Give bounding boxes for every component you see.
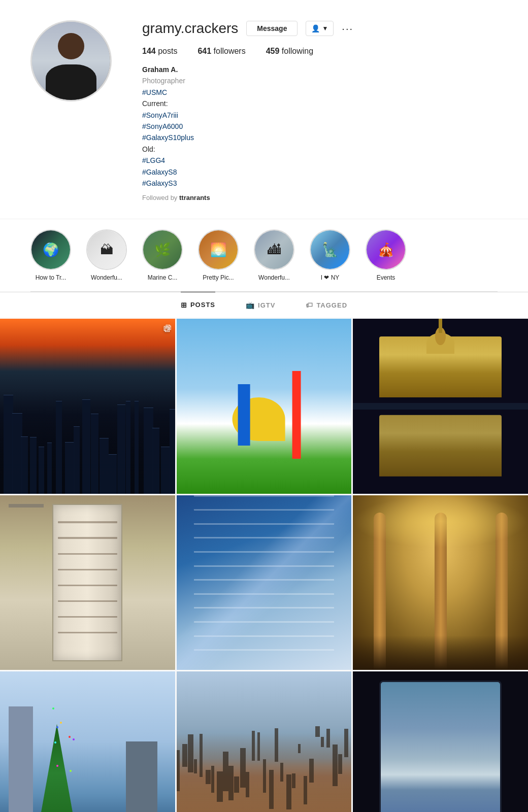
- bio-hashtag-sony-a6000[interactable]: #SonyA6000: [142, 122, 183, 130]
- highlight-label-4: Pretty Pic...: [203, 274, 234, 281]
- highlight-circle-5: 🏙: [254, 229, 294, 270]
- profile-info: gramy.crackers Message 👤 ▼ ··· 144 posts…: [142, 20, 498, 204]
- highlight-icon-4: 🌅: [199, 230, 238, 269]
- highlight-label-7: Events: [377, 274, 395, 281]
- bio-section: Graham A. Photographer #USMC Current: #S…: [142, 64, 498, 204]
- highlight-icon-6: 🗽: [311, 230, 349, 269]
- highlight-thumb-1: 🌍: [31, 230, 70, 269]
- stats-row: 144 posts 641 followers 459 following: [142, 47, 498, 56]
- bio-name: Graham A.: [142, 65, 178, 74]
- avatar-container: [30, 20, 112, 101]
- profile-header: gramy.crackers Message 👤 ▼ ··· 144 posts…: [0, 0, 528, 219]
- more-options-button[interactable]: ···: [342, 23, 353, 35]
- highlight-thumb-4: 🌅: [199, 230, 238, 269]
- follow-dropdown-button[interactable]: 👤 ▼: [306, 21, 334, 36]
- highlight-thumb-6: 🗽: [311, 230, 349, 269]
- highlight-circle-1: 🌍: [30, 229, 71, 270]
- post-item-7[interactable]: [0, 671, 175, 812]
- bio-hashtag-galaxy-s10plus[interactable]: #GalaxyS10plus: [142, 133, 194, 142]
- post-item-2[interactable]: [177, 319, 352, 494]
- post-item-3[interactable]: [353, 319, 528, 494]
- bio-hashtag-galaxy-s3[interactable]: #GalaxyS3: [142, 179, 177, 187]
- highlight-item-3[interactable]: 🌿Marine C...: [142, 229, 183, 281]
- highlight-item-2[interactable]: 🏔Wonderfu...: [86, 229, 127, 281]
- message-button[interactable]: Message: [246, 21, 298, 36]
- post-multi-icon-1: ⧉: [163, 324, 170, 334]
- post-item-6[interactable]: [353, 495, 528, 670]
- highlight-circle-6: 🗽: [310, 229, 350, 270]
- followed-by-user[interactable]: ttranrants: [179, 194, 210, 201]
- highlight-label-3: Marine C...: [148, 274, 178, 281]
- highlight-icon-1: 🌍: [31, 230, 70, 269]
- highlight-icon-2: 🏔: [87, 230, 126, 269]
- post-item-9[interactable]: [353, 671, 528, 812]
- bio-old-label: Old:: [142, 145, 155, 153]
- bio-hashtag-galaxy-s8[interactable]: #GalaxyS8: [142, 168, 177, 176]
- bio-current-label: Current:: [142, 99, 168, 108]
- tab-tagged[interactable]: 🏷TAGGED: [306, 292, 347, 317]
- followed-by: Followed by ttranrants: [142, 193, 498, 204]
- highlight-label-2: Wonderfu...: [91, 274, 122, 281]
- highlight-item-5[interactable]: 🏙Wonderfu...: [254, 229, 294, 281]
- tab-igtv-label: IGTV: [258, 301, 275, 309]
- highlight-label-6: I ❤ NY: [321, 274, 340, 281]
- posts-count: 144: [142, 47, 156, 55]
- posts-stat[interactable]: 144 posts: [142, 47, 177, 56]
- posts-label: posts: [158, 47, 177, 55]
- highlight-thumb-2: 🏔: [87, 230, 126, 269]
- tab-igtv[interactable]: 📺IGTV: [246, 292, 275, 317]
- post-item-1[interactable]: ⧉ ⧉: [0, 319, 175, 494]
- highlight-thumb-3: 🌿: [143, 230, 182, 269]
- following-count: 459: [266, 47, 280, 55]
- tab-posts[interactable]: ⊞POSTS: [181, 292, 215, 317]
- person-icon: 👤: [311, 24, 320, 32]
- highlight-item-4[interactable]: 🌅Pretty Pic...: [198, 229, 239, 281]
- followers-count: 641: [197, 47, 211, 55]
- highlight-circle-4: 🌅: [198, 229, 239, 270]
- followers-label: followers: [214, 47, 246, 55]
- tabs-section: ⊞POSTS📺IGTV🏷TAGGED: [0, 292, 528, 317]
- tab-igtv-icon: 📺: [246, 301, 255, 309]
- tab-tagged-label: TAGGED: [316, 301, 347, 309]
- chevron-down-icon: ▼: [322, 25, 328, 32]
- tab-posts-label: POSTS: [190, 301, 215, 309]
- following-stat[interactable]: 459 following: [266, 47, 313, 56]
- highlight-label-1: How to Tr...: [36, 274, 67, 281]
- highlight-label-5: Wonderfu...: [258, 274, 290, 281]
- highlight-item-1[interactable]: 🌍How to Tr...: [30, 229, 71, 281]
- post-item-8[interactable]: [177, 671, 352, 812]
- bio-hashtag-usmc[interactable]: #USMC: [142, 88, 167, 96]
- bio-hashtag-sony-a7riii[interactable]: #SonyA7riii: [142, 111, 178, 119]
- bio-subtitle: Photographer: [142, 77, 185, 85]
- highlight-item-6[interactable]: 🗽I ❤ NY: [310, 229, 350, 281]
- followers-stat[interactable]: 641 followers: [197, 47, 245, 56]
- following-label: following: [282, 47, 313, 55]
- username: gramy.crackers: [142, 20, 238, 37]
- highlight-icon-7: 🎪: [367, 230, 405, 269]
- post-item-4[interactable]: [0, 495, 175, 670]
- followed-by-prefix: Followed by: [142, 194, 179, 201]
- avatar[interactable]: [30, 20, 112, 101]
- highlights-section: 🌍How to Tr...🏔Wonderfu...🌿Marine C...🌅Pr…: [0, 219, 528, 291]
- avatar-image: [32, 22, 110, 100]
- post-item-5[interactable]: [177, 495, 352, 670]
- highlight-thumb-5: 🏙: [255, 230, 293, 269]
- highlight-circle-7: 🎪: [366, 229, 406, 270]
- highlight-circle-2: 🏔: [86, 229, 127, 270]
- highlight-item-7[interactable]: 🎪Events: [366, 229, 406, 281]
- highlight-icon-5: 🏙: [255, 230, 293, 269]
- bio-hashtag-lgg4[interactable]: #LGG4: [142, 156, 165, 164]
- highlight-circle-3: 🌿: [142, 229, 183, 270]
- posts-grid: ⧉ ⧉: [0, 317, 528, 812]
- profile-top-row: gramy.crackers Message 👤 ▼ ···: [142, 20, 498, 37]
- highlight-thumb-7: 🎪: [367, 230, 405, 269]
- tab-tagged-icon: 🏷: [306, 301, 313, 309]
- tab-posts-icon: ⊞: [181, 301, 187, 309]
- highlight-icon-3: 🌿: [143, 230, 182, 269]
